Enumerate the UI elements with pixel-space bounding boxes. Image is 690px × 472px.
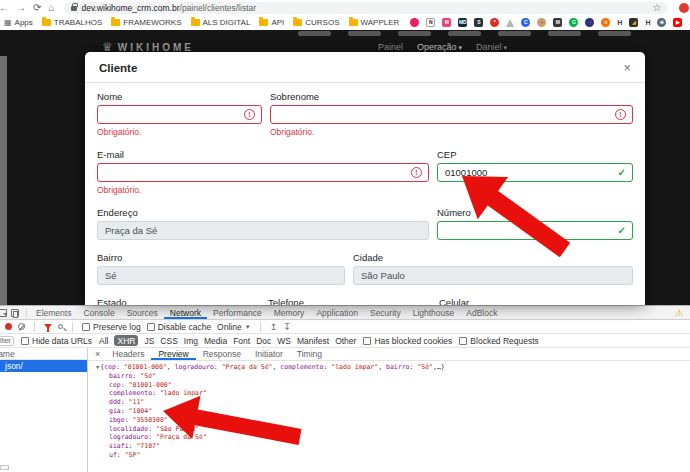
bookmark-favicon[interactable]: • <box>585 18 594 27</box>
json-preview[interactable]: ▼{cep: "01001-000", logradouro: "Praça d… <box>88 361 690 472</box>
disclosure-triangle-icon[interactable]: ▼ <box>96 364 99 370</box>
export-har-icon[interactable]: ↧ <box>283 322 291 332</box>
detail-tab-response[interactable]: Response <box>196 348 248 360</box>
devtools-tab-console[interactable]: Console <box>77 306 120 319</box>
filter-icon[interactable] <box>44 324 52 329</box>
json-property-line: ddd: "11" <box>96 398 690 407</box>
bookmark-favicon[interactable] <box>410 18 419 27</box>
bookmark-favicon[interactable]: ⊕ <box>657 18 666 27</box>
inspect-element-icon[interactable] <box>0 309 7 317</box>
search-icon[interactable] <box>58 324 63 329</box>
error-icon <box>615 109 626 120</box>
url-path: /painel/clientes/listar <box>180 3 257 13</box>
devtools-tab-lighthouse[interactable]: Lighthouse <box>407 306 461 319</box>
filter-type-manifest[interactable]: Manifest <box>297 336 329 346</box>
bookmark-favicon[interactable] <box>506 19 514 27</box>
bookmark-favicon[interactable]: * <box>490 18 499 27</box>
field-cidade-label: Cidade <box>353 252 633 263</box>
devtools-tab-memory[interactable]: Memory <box>268 306 311 319</box>
nav-link-operação[interactable]: Operação <box>417 42 462 52</box>
bookmark-folder[interactable]: FRAMEWORKS <box>111 18 181 27</box>
bookmark-favicon[interactable]: G <box>569 18 578 27</box>
import-har-icon[interactable]: ↥ <box>270 322 278 332</box>
json-property-line: ibge: "3550308" <box>96 416 690 425</box>
bookmark-favicon[interactable]: M <box>442 18 451 27</box>
bookmark-favicon[interactable]: S <box>474 18 483 27</box>
filter-type-font[interactable]: Font <box>233 336 250 346</box>
cep-input[interactable]: 01001000 <box>437 163 633 182</box>
bookmark-folder[interactable]: ALS DIGITAL <box>191 18 251 27</box>
filter-type-ws[interactable]: WS <box>277 336 291 346</box>
devtools-tab-sources[interactable]: Sources <box>121 306 164 319</box>
devtools-tab-security[interactable]: Security <box>364 306 407 319</box>
detail-tab-preview[interactable]: Preview <box>151 348 195 360</box>
field-telefone-label: Telefone <box>268 297 431 305</box>
clear-icon[interactable] <box>18 323 25 330</box>
bookmark-favicon[interactable]: H <box>645 19 650 26</box>
network-filter-input[interactable]: Filter <box>0 336 14 346</box>
bookmark-favicon[interactable]: MD <box>458 18 467 27</box>
detail-tab-headers[interactable]: Headers <box>105 348 151 360</box>
devtools-tab-adblock[interactable]: AdBlock <box>460 306 503 319</box>
bookmark-star-icon[interactable]: ☆ <box>652 2 661 13</box>
detail-tab-timing[interactable]: Timing <box>290 348 329 360</box>
warning-icon[interactable]: ⚠ <box>675 308 683 318</box>
detail-tab-initiator[interactable]: Initiator <box>248 348 290 360</box>
bookmark-favicon[interactable]: N <box>426 18 435 27</box>
filter-type-media[interactable]: Media <box>204 336 227 346</box>
filter-type-xhr[interactable]: XHR <box>114 335 138 346</box>
disable-cache-checkbox[interactable]: Disable cache <box>147 322 211 332</box>
bookmark-folder[interactable]: CURSOS <box>293 18 339 27</box>
filter-type-doc[interactable]: Doc <box>256 336 271 346</box>
forward-icon[interactable]: → <box>16 3 26 13</box>
hide-data-urls-checkbox[interactable]: Hide data URLs <box>21 336 92 346</box>
numero-input[interactable] <box>437 221 633 240</box>
bookmark-favicon[interactable]: ó <box>601 18 610 27</box>
sobrenome-input[interactable] <box>270 105 633 124</box>
has-blocked-cookies-checkbox[interactable]: Has blocked cookies <box>363 336 452 346</box>
home-icon[interactable]: ⌂ <box>48 3 54 13</box>
bookmark-folder[interactable]: TRABALHOS <box>42 18 102 27</box>
profile-avatar[interactable] <box>679 3 689 13</box>
bookmark-folder[interactable]: WAPPLER <box>349 18 400 27</box>
filter-type-other[interactable]: Other <box>335 336 356 346</box>
json-property-line: siafi: "7107" <box>96 442 690 451</box>
filter-type-img[interactable]: Img <box>184 336 198 346</box>
address-bar[interactable]: dev.wikihome_crm.com.br/painel/clientes/… <box>64 2 668 14</box>
field-email-label: E-mail <box>97 149 429 160</box>
folder-icon <box>111 19 120 26</box>
bookmark-favicon[interactable]: C <box>521 18 530 27</box>
request-row[interactable]: json/ <box>0 360 87 372</box>
back-icon[interactable]: ← <box>0 3 9 13</box>
nome-input[interactable] <box>97 105 262 124</box>
record-icon[interactable] <box>5 323 12 330</box>
bookmark-favicon[interactable]: ▶ <box>673 18 682 27</box>
bookmark-favicon[interactable]: H <box>617 19 622 26</box>
nav-link-daniel[interactable]: Daniel <box>476 42 507 52</box>
bookmark-folder[interactable]: API <box>259 18 284 27</box>
field-numero: Número <box>437 207 633 240</box>
preserve-log-checkbox[interactable]: Preserve log <box>82 322 141 332</box>
filter-type-all[interactable]: All <box>99 336 108 346</box>
blocked-requests-checkbox[interactable]: Blocked Requests <box>459 336 539 346</box>
divider <box>72 322 73 332</box>
close-detail-icon[interactable]: × <box>90 349 105 359</box>
device-toolbar-icon[interactable] <box>11 309 19 317</box>
bookmark-favicon[interactable]: ☺ <box>537 18 546 27</box>
devtools-tab-elements[interactable]: Elements <box>30 306 77 319</box>
filter-type-js[interactable]: JS <box>144 336 154 346</box>
scrollbar[interactable] <box>0 465 9 470</box>
requests-column-header[interactable]: Name <box>0 348 87 360</box>
throttling-dropdown[interactable]: Online▼ <box>217 322 251 332</box>
email-input[interactable] <box>97 163 429 182</box>
close-icon[interactable]: × <box>623 60 631 75</box>
devtools-tab-application[interactable]: Application <box>310 306 364 319</box>
nav-link-painel[interactable]: Painel <box>378 42 403 52</box>
devtools-tab-performance[interactable]: Performance <box>207 306 268 319</box>
bookmark-favicon[interactable]: ◢ <box>629 18 638 27</box>
apps-shortcut[interactable]: ▦Apps <box>4 18 33 27</box>
filter-type-css[interactable]: CSS <box>160 336 177 346</box>
reload-icon[interactable]: ⟳ <box>33 3 41 13</box>
devtools-tab-network[interactable]: Network <box>164 306 207 319</box>
bookmark-favicon[interactable]: M <box>553 18 562 27</box>
